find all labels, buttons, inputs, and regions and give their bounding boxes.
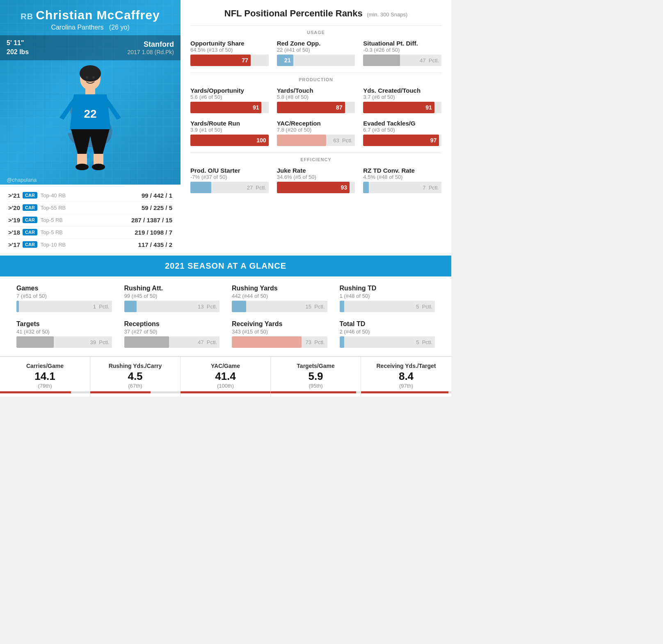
stat-name: Games [16, 285, 112, 292]
bar-fill: 100 [190, 135, 269, 146]
season-stats: 117 / 435 / 2 [138, 241, 172, 248]
social-handle: @chapulana [0, 175, 181, 185]
season-year: >'20 [8, 204, 23, 211]
metric-name: Yds. Created/Touch [363, 87, 441, 94]
main-container: RBChristian McCaffrey Carolina Panthers … [0, 0, 451, 397]
bottom-bar-fill [90, 391, 151, 393]
player-height: 5' 11" [7, 39, 29, 48]
team-name: Carolina Panthers [51, 24, 103, 31]
bar-container: 15 Pctl. [232, 301, 327, 312]
bar-fill [340, 301, 345, 312]
stat-rank: 442 (#44 of 50) [232, 293, 327, 299]
metric-name: Evaded Tackles/G [363, 120, 441, 127]
stats-grid-section: Games 7 (#51 of 50) 1 Pctl. Rushing Att.… [0, 276, 451, 356]
metric-value: 6.7 (#3 of 50) [363, 127, 441, 133]
stat-name: Targets [16, 320, 112, 328]
stat-item: Targets 41 (#32 of 50) 39 Pctl. [16, 320, 112, 348]
metric-item: Yards/Route Run 3.9 (#1 of 50) 100 [190, 120, 269, 146]
stat-item: Receptions 37 (#27 of 50) 47 Pctl. [124, 320, 220, 348]
bottom-stat-value: 41.4 [181, 370, 270, 383]
svg-point-7 [75, 164, 89, 170]
bottom-bar: Carries/Game 14.1 (79th) Rushing Yds./Ca… [0, 356, 451, 397]
season-year: >'21 [8, 192, 23, 199]
bar-fill: 91 [190, 102, 261, 113]
left-panel: RBChristian McCaffrey Carolina Panthers … [0, 0, 181, 256]
bar-container: 5 Pctl. [340, 336, 435, 348]
bottom-stat-pctl: (100th) [181, 383, 270, 389]
stat-rank: 7 (#51 of 50) [16, 293, 112, 299]
bottom-bar-indicator [0, 391, 90, 393]
bar-fill [190, 182, 211, 193]
pctl-label: 73 Pctl. [306, 339, 325, 345]
metric-name: YAC/Reception [277, 120, 355, 127]
section-production: PRODUCTION [190, 73, 441, 82]
bar-fill [277, 135, 326, 146]
bottom-bar-fill [0, 391, 71, 393]
bottom-bar-indicator [271, 391, 361, 393]
bar-container: 91 [190, 102, 269, 113]
pctl-label: 27 Pctl. [247, 185, 266, 191]
bar-fill [363, 55, 400, 66]
season-glance-header: 2021 SEASON AT A GLANCE [0, 256, 451, 276]
chart-header: NFL Positional Percentile Ranks (min. 30… [190, 8, 441, 19]
pctl-label: 5 Pctl. [416, 303, 432, 309]
metric-name: Yards/Touch [277, 87, 355, 94]
bottom-stat-name: Rushing Yds./Carry [90, 363, 180, 369]
season-history: >'21 CAR Top-40 RB 99 / 442 / 1 >'20 CAR… [0, 185, 181, 256]
metric-name: Yards/Opportunity [190, 87, 269, 94]
bottom-stat-value: 14.1 [0, 370, 90, 383]
bottom-stat-value: 5.9 [271, 370, 361, 383]
bottom-stat-item: Carries/Game 14.1 (79th) [0, 357, 90, 397]
metric-item: Situational Pt. Diff. -0.3 (#26 of 50) 4… [363, 40, 441, 66]
stat-item: Total TD 2 (#46 of 50) 5 Pctl. [340, 320, 435, 348]
metric-value: 4.5% (#48 of 50) [363, 174, 441, 180]
stat-rank: 343 (#15 of 50) [232, 329, 327, 335]
bar-container: 63 Pctl. [277, 135, 355, 146]
stat-item: Rushing Att. 99 (#45 of 50) 13 Pctl. [124, 285, 220, 312]
right-panel: NFL Positional Percentile Ranks (min. 30… [181, 0, 451, 256]
metric-value: 3.7 (#6 of 50) [363, 94, 441, 100]
usage-grid: Opportunity Share 64.5% (#13 of 50) 77 R… [190, 40, 441, 66]
bar-fill: 77 [190, 55, 251, 66]
season-row: >'19 CAR Top-5 RB 287 / 1387 / 15 [8, 214, 172, 226]
bar-fill [232, 301, 246, 312]
season-year: >'18 [8, 229, 23, 236]
season-rank: Top-40 RB [41, 192, 73, 199]
bar-fill [124, 336, 169, 348]
bottom-bar-fill [361, 391, 448, 393]
season-stats: 219 / 1098 / 7 [135, 229, 172, 236]
bar-fill: 91 [363, 102, 434, 113]
metric-item: Evaded Tackles/G 6.7 (#3 of 50) 97 [363, 120, 441, 146]
metric-item: Yds. Created/Touch 3.7 (#6 of 50) 91 [363, 87, 441, 113]
season-row: >'21 CAR Top-40 RB 99 / 442 / 1 [8, 190, 172, 202]
stat-item: Rushing TD 1 (#48 of 50) 5 Pctl. [340, 285, 435, 312]
bar-fill [340, 336, 345, 348]
bottom-bar-indicator [361, 391, 451, 393]
stat-rank: 1 (#48 of 50) [340, 293, 435, 299]
pctl-label: 47 Pctl. [420, 57, 439, 64]
metric-item: Opportunity Share 64.5% (#13 of 50) 77 [190, 40, 269, 66]
bar-container: 77 [190, 55, 269, 66]
metric-item: RZ TD Conv. Rate 4.5% (#48 of 50) 7 Pctl… [363, 167, 441, 193]
metric-item: Prod. O/U Starter -7% (#37 of 50) 27 Pct… [190, 167, 269, 193]
player-image-area: S 22 [0, 60, 181, 175]
bar-container: 93 [277, 182, 355, 193]
bottom-stat-pctl: (79th) [0, 383, 90, 389]
svg-rect-2 [85, 88, 95, 94]
metric-value: -7% (#37 of 50) [190, 174, 269, 180]
metric-value: 3.9 (#1 of 50) [190, 127, 269, 133]
pctl-label: 7 Pctl. [423, 185, 439, 191]
player-weight: 202 lbs [7, 48, 29, 57]
player-header: RBChristian McCaffrey Carolina Panthers … [0, 0, 181, 35]
bar-container: 91 [363, 102, 441, 113]
season-year: >'17 [8, 241, 23, 248]
stat-rank: 37 (#27 of 50) [124, 329, 220, 335]
bottom-stat-value: 8.4 [361, 370, 451, 383]
bar-container: 100 [190, 135, 269, 146]
metric-item: Juke Rate 34.6% (#5 of 50) 93 [277, 167, 355, 193]
player-school: Stanford [127, 40, 174, 49]
season-stats: 287 / 1387 / 15 [131, 217, 172, 224]
metric-name: Yards/Route Run [190, 120, 269, 127]
bar-container: 5 Pctl. [340, 301, 435, 312]
bar-container: 7 Pctl. [363, 182, 441, 193]
